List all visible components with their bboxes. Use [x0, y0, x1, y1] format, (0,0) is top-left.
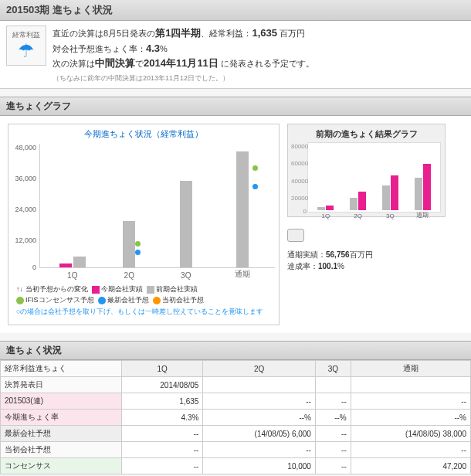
- progress-table-current: 経常利益進ちょく1Q2Q3Q通期 決算発表日2014/08/05 201503(…: [0, 360, 471, 474]
- chart-canvas: 48,000 36,000 24,000 12,000 0 1Q 2Q 3Q 通…: [39, 144, 275, 268]
- chart-title: 今期進ちょく状況（経常利益）: [12, 128, 275, 140]
- table-section-title: 進ちょく状況: [0, 341, 471, 360]
- umbrella-icon: ☂: [18, 40, 35, 62]
- summary-text: 直近の決算は8月5日発表の第1四半期、経常利益：1,635 百万円 対会社予想進…: [53, 26, 465, 83]
- metric-icon-box: 経常利益 ☂: [6, 26, 46, 66]
- side-stats: 通期実績：56,756百万円 達成率：100.1%: [287, 229, 446, 272]
- side-chart-title: 前期の進ちょく結果グラフ: [292, 128, 441, 140]
- page-header: 201503期 進ちょく状況: [0, 0, 471, 21]
- comment-icon: [287, 229, 304, 242]
- graph-section-title: 進ちょくグラフ: [0, 97, 471, 116]
- summary-box: 経常利益 ☂ 直近の決算は8月5日発表の第1四半期、経常利益：1,635 百万円…: [0, 21, 471, 89]
- mini-chart: 80000 60000 40000 20000 0 1Q 2Q 3Q 通期: [307, 142, 441, 212]
- chart-legend: ↑↓ 当初予想からの変化 今期会社実績 前期会社実績 IFISコンセンサス予想 …: [12, 280, 275, 321]
- main-chart: 今期進ちょく状況（経常利益） 48,000 36,000 24,000 12,0…: [8, 124, 280, 325]
- side-chart-box: 前期の進ちょく結果グラフ 80000 60000 40000 20000 0 1…: [287, 124, 446, 325]
- metric-label: 経常利益: [12, 30, 40, 40]
